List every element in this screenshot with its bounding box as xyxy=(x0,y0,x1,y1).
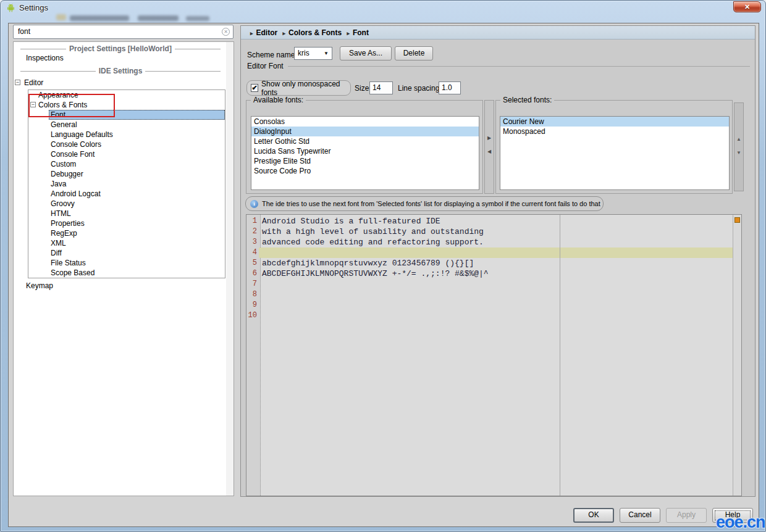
tree-item[interactable]: − Appearance xyxy=(28,90,225,100)
font-list-item[interactable]: DialogInput xyxy=(251,127,479,136)
tree-item[interactable]: − General xyxy=(28,120,225,130)
info-note: i The ide tries to use the next font fro… xyxy=(245,196,604,211)
editor-line: 6 ABCDEFGHIJKLMNOPQRSTUVWXYZ +-*/= .,;:!… xyxy=(246,268,741,279)
font-list-item[interactable]: Monospaced xyxy=(500,127,729,136)
tree-item[interactable]: − HTML xyxy=(28,209,225,218)
tree-item[interactable]: − Scope Based xyxy=(28,268,225,278)
font-list-item[interactable]: Courier New xyxy=(500,117,729,127)
line-text: advanced code editing and refactoring su… xyxy=(259,237,733,247)
breadcrumb: ▸Editor ▸Colors & Fonts ▸Font xyxy=(241,26,755,39)
tree-item[interactable]: − XML xyxy=(28,238,225,248)
available-fonts-group: Available fonts: Consolas DialogInput Le… xyxy=(246,100,483,194)
tree-item[interactable]: − Custom xyxy=(28,159,225,169)
tree-section-ide-settings: IDE Settings xyxy=(17,67,224,75)
editor-lines: 1 Android Studio is a full-featured IDE … xyxy=(246,215,741,496)
tree-item[interactable]: − Console Font xyxy=(28,149,225,159)
delete-button[interactable]: Delete xyxy=(395,46,433,60)
tree-item[interactable]: − Properties xyxy=(28,218,225,228)
size-input[interactable]: 14 xyxy=(369,81,393,94)
selected-fonts-group: Selected fonts: Courier New Monospaced xyxy=(495,100,733,194)
selected-fonts-title: Selected fonts: xyxy=(500,96,554,104)
collapse-expander-icon[interactable]: − xyxy=(30,102,36,107)
tree-item[interactable]: − Font xyxy=(28,110,225,120)
tree-item[interactable]: − RegExp xyxy=(28,228,225,238)
show-monospaced-label: Show only monospaced fonts xyxy=(261,80,350,97)
move-down-icon[interactable]: ▼ xyxy=(734,150,743,156)
chevron-down-icon: ▼ xyxy=(324,48,329,59)
android-robot-icon xyxy=(6,3,15,12)
breadcrumb-item: ▸Editor xyxy=(247,26,277,40)
checkbox-check-icon[interactable]: ✔ xyxy=(251,84,258,92)
font-list-item[interactable]: Source Code Pro xyxy=(251,166,479,176)
window-title: Settings xyxy=(19,3,48,12)
line-spacing-label: Line spacing: xyxy=(398,84,442,93)
collapse-expander-icon[interactable]: − xyxy=(15,80,20,85)
font-preview-editor: 1 Android Studio is a full-featured IDE … xyxy=(246,214,742,496)
tree-item[interactable]: − Diff xyxy=(28,248,225,258)
tree-item[interactable]: − Android Logcat xyxy=(28,189,225,199)
tree-item[interactable]: − Debugger xyxy=(28,169,225,179)
ok-button[interactable]: OK xyxy=(573,508,614,523)
editor-line: 4 xyxy=(246,247,741,258)
cancel-button[interactable]: Cancel xyxy=(620,508,660,523)
tree-item[interactable]: − Console Colors xyxy=(28,139,225,149)
save-as-button[interactable]: Save As... xyxy=(340,46,392,60)
breadcrumb-item: ▸Colors & Fonts xyxy=(280,26,342,40)
line-text: ABCDEFGHIJKLMNOPQRSTUVWXYZ +-*/= .,;:!? … xyxy=(259,268,733,279)
line-number: 5 xyxy=(246,258,259,268)
selected-fonts-list[interactable]: Courier New Monospaced xyxy=(500,116,730,190)
line-number: 9 xyxy=(246,300,259,310)
scheme-name-dropdown[interactable]: kris ▼ xyxy=(294,47,332,60)
editor-line: 5 abcdefghijklmnopqrstuvwxyz 0123456789 … xyxy=(246,258,741,268)
move-right-icon[interactable]: ▶ xyxy=(485,135,494,141)
font-list-item[interactable]: Lucida Sans Typewriter xyxy=(251,146,479,156)
editor-font-section: Editor Font xyxy=(247,62,750,70)
line-spacing-input[interactable]: 1.0 xyxy=(439,81,461,94)
line-number: 7 xyxy=(246,279,259,289)
line-number: 3 xyxy=(246,237,259,247)
background-artifact xyxy=(70,15,129,21)
line-text: abcdefghijklmnopqrstuvwxyz 0123456789 ()… xyxy=(259,258,733,268)
tree-item-inspections[interactable]: Inspections xyxy=(14,53,234,63)
line-number: 1 xyxy=(246,216,259,227)
right-margin-guide xyxy=(560,215,560,496)
move-up-icon[interactable]: ▲ xyxy=(734,136,743,142)
scheme-name-label: Scheme name: xyxy=(247,51,297,59)
tree-item[interactable]: − File Status xyxy=(28,258,225,268)
line-text: with a high level of usability and outst… xyxy=(259,227,733,237)
info-text: The ide tries to use the next font from … xyxy=(262,200,600,207)
line-text xyxy=(259,310,733,321)
tree-section-title: Project Settings [HelloWorld] xyxy=(69,44,172,53)
tree-item-keymap[interactable]: Keymap xyxy=(14,281,234,291)
available-fonts-list[interactable]: Consolas DialogInput Letter Gothic Std L… xyxy=(251,116,479,190)
tree-item[interactable]: − Java xyxy=(28,179,225,189)
editor-scrollbar[interactable] xyxy=(733,215,741,496)
available-fonts-title: Available fonts: xyxy=(251,96,306,104)
editor-line: 2 with a high level of usability and out… xyxy=(246,227,741,237)
search-value: font xyxy=(18,27,30,36)
font-list-item[interactable]: Consolas xyxy=(251,117,479,127)
settings-tree-panel: Project Settings [HelloWorld] Inspection… xyxy=(13,41,234,496)
line-number: 4 xyxy=(246,247,259,258)
tree-item[interactable]: − Language Defaults xyxy=(28,130,225,139)
editor-line: 7 xyxy=(246,279,741,289)
settings-window: Settings ✕ font ✕ Project Settings [Hell… xyxy=(0,0,766,532)
move-left-icon[interactable]: ◀ xyxy=(485,149,494,154)
size-label: Size: xyxy=(355,84,371,93)
background-artifact xyxy=(138,15,179,21)
background-artifact xyxy=(56,14,66,20)
font-list-item[interactable]: Prestige Elite Std xyxy=(251,156,479,166)
tree-item[interactable]: − Colors & Fonts xyxy=(28,100,225,110)
search-clear-icon[interactable]: ✕ xyxy=(222,28,230,36)
tree-item-editor[interactable]: − Editor xyxy=(14,78,234,88)
tree-item[interactable]: − Groovy xyxy=(28,199,225,209)
breadcrumb-item: ▸Font xyxy=(343,26,369,40)
tree-scrollbar-track[interactable] xyxy=(226,42,234,496)
apply-button[interactable]: Apply xyxy=(666,508,707,523)
font-list-item[interactable]: Letter Gothic Std xyxy=(251,136,479,146)
close-button[interactable]: ✕ xyxy=(733,1,761,12)
project-settings-items: Inspections xyxy=(14,53,234,63)
editor-line: 3 advanced code editing and refactoring … xyxy=(246,237,741,247)
show-monospaced-checkbox[interactable]: ✔ Show only monospaced fonts xyxy=(246,80,351,96)
search-input[interactable]: font ✕ xyxy=(13,25,234,39)
